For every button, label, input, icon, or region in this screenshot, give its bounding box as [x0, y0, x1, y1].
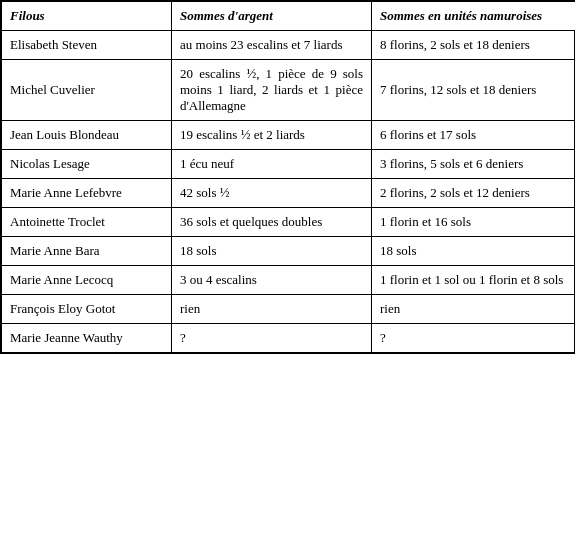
cell-sommes-argent: au moins 23 escalins et 7 liards [172, 31, 372, 60]
header-filous: Filous [2, 2, 172, 31]
table-row: Jean Louis Blondeau19 escalins ½ et 2 li… [2, 121, 576, 150]
cell-sommes-argent: 1 écu neuf [172, 150, 372, 179]
table-row: Marie Anne Lefebvre42 sols ½2 florins, 2… [2, 179, 576, 208]
cell-filou: Antoinette Troclet [2, 208, 172, 237]
cell-sommes-namuroises: 1 florin et 1 sol ou 1 florin et 8 sols [372, 266, 576, 295]
cell-sommes-namuroises: rien [372, 295, 576, 324]
cell-sommes-argent: 3 ou 4 escalins [172, 266, 372, 295]
cell-sommes-argent: 20 escalins ½, 1 pièce de 9 sols moins 1… [172, 60, 372, 121]
cell-sommes-namuroises: 7 florins, 12 sols et 18 deniers [372, 60, 576, 121]
header-sommes-argent: Sommes d'argent [172, 2, 372, 31]
table-row: Antoinette Troclet36 sols et quelques do… [2, 208, 576, 237]
cell-filou: François Eloy Gotot [2, 295, 172, 324]
cell-sommes-namuroises: 2 florins, 2 sols et 12 deniers [372, 179, 576, 208]
table-row: François Eloy Gototrienrien [2, 295, 576, 324]
table-row: Marie Anne Bara18 sols18 sols [2, 237, 576, 266]
cell-sommes-argent: 19 escalins ½ et 2 liards [172, 121, 372, 150]
cell-filou: Jean Louis Blondeau [2, 121, 172, 150]
cell-filou: Marie Jeanne Wauthy [2, 324, 172, 353]
table-row: Nicolas Lesage1 écu neuf3 florins, 5 sol… [2, 150, 576, 179]
cell-filou: Michel Cuvelier [2, 60, 172, 121]
table-row: Marie Jeanne Wauthy?? [2, 324, 576, 353]
cell-filou: Marie Anne Lefebvre [2, 179, 172, 208]
cell-sommes-namuroises: 18 sols [372, 237, 576, 266]
table-header: Filous Sommes d'argent Sommes en unités … [2, 2, 576, 31]
cell-sommes-argent: ? [172, 324, 372, 353]
cell-sommes-argent: 18 sols [172, 237, 372, 266]
table-row: Marie Anne Lecocq3 ou 4 escalins1 florin… [2, 266, 576, 295]
cell-filou: Marie Anne Lecocq [2, 266, 172, 295]
header-row: Filous Sommes d'argent Sommes en unités … [2, 2, 576, 31]
table-row: Elisabeth Stevenau moins 23 escalins et … [2, 31, 576, 60]
table-row: Michel Cuvelier20 escalins ½, 1 pièce de… [2, 60, 576, 121]
header-sommes-namuroises: Sommes en unités namuroises [372, 2, 576, 31]
cell-sommes-argent: rien [172, 295, 372, 324]
cell-sommes-namuroises: ? [372, 324, 576, 353]
cell-filou: Nicolas Lesage [2, 150, 172, 179]
table-body: Elisabeth Stevenau moins 23 escalins et … [2, 31, 576, 353]
cell-sommes-argent: 36 sols et quelques doubles [172, 208, 372, 237]
cell-filou: Elisabeth Steven [2, 31, 172, 60]
main-table-container: Filous Sommes d'argent Sommes en unités … [0, 0, 575, 354]
cell-sommes-namuroises: 6 florins et 17 sols [372, 121, 576, 150]
cell-filou: Marie Anne Bara [2, 237, 172, 266]
cell-sommes-namuroises: 8 florins, 2 sols et 18 deniers [372, 31, 576, 60]
cell-sommes-argent: 42 sols ½ [172, 179, 372, 208]
data-table: Filous Sommes d'argent Sommes en unités … [1, 1, 575, 353]
cell-sommes-namuroises: 1 florin et 16 sols [372, 208, 576, 237]
cell-sommes-namuroises: 3 florins, 5 sols et 6 deniers [372, 150, 576, 179]
